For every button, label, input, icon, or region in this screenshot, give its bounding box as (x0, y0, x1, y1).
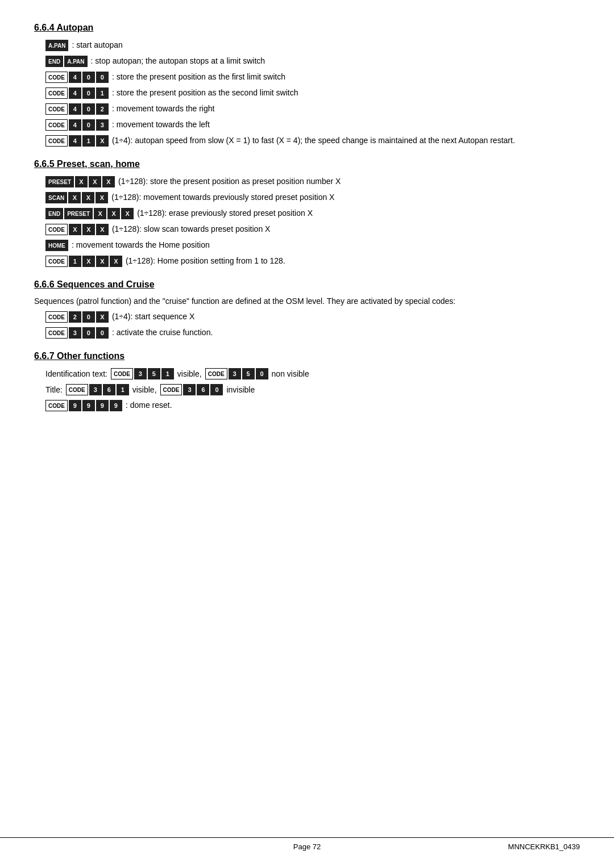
key-6: 6 (197, 384, 209, 395)
preset-xxx-text: (1÷128): store the present position as p… (118, 176, 341, 187)
code-key: CODE (45, 87, 68, 99)
apan-start-text: : start autopan (72, 40, 123, 51)
code-key: CODE (111, 368, 133, 379)
row-401-text: : store the present position as the seco… (112, 87, 298, 99)
key-4: 4 (69, 87, 81, 99)
key-5: 5 (242, 368, 255, 379)
end-key: END (45, 56, 63, 67)
key-x: X (96, 192, 108, 203)
key-0: 0 (82, 87, 95, 99)
row-title-text: Title: CODE 3 6 1 visible, CODE 3 6 0 in… (45, 384, 580, 395)
key-x: X (82, 224, 95, 235)
row-403: CODE 4 0 3 : movement towards the left (45, 119, 580, 131)
row-dome-reset: CODE 9 9 9 9 : dome reset. (45, 400, 580, 411)
code-1xxx-text: (1÷128): Home position setting from 1 to… (126, 256, 285, 267)
key-0a: 0 (82, 327, 95, 339)
preset-key: PRESET (64, 208, 93, 219)
page-number: Page 72 (293, 842, 321, 851)
row-401: CODE 4 0 1 : store the present position … (45, 87, 580, 99)
key-3: 3 (69, 327, 81, 339)
key-5: 5 (148, 368, 160, 379)
home-text: : movement towards the Home position (72, 240, 210, 251)
key-x: X (82, 256, 95, 267)
scan-key: SCAN (45, 192, 67, 203)
key-x: X (82, 192, 94, 203)
key-x: X (96, 256, 109, 267)
key-1: 1 (117, 384, 129, 395)
code-key: CODE (45, 256, 68, 267)
key-4: 4 (69, 135, 81, 147)
key-6: 6 (103, 384, 115, 395)
key-x: X (69, 224, 81, 235)
code-key: CODE (45, 327, 68, 339)
key-1: 1 (161, 368, 174, 379)
key-0: 0 (210, 384, 223, 395)
row-400: CODE 4 0 0 : store the present position … (45, 72, 580, 83)
key-2: 2 (96, 103, 109, 115)
key-3: 3 (134, 368, 147, 379)
visible-label2: visible, (132, 385, 157, 394)
document-body: 6.6.4 Autopan A.PAN : start autopan END … (34, 23, 580, 411)
section-667: 6.6.7 Other functions Identification tex… (34, 351, 580, 411)
row-400-text: : store the present position as the firs… (112, 72, 285, 83)
code-20x-text: (1÷4): start sequence X (112, 311, 194, 323)
key-1: 1 (69, 256, 81, 267)
non-visible-label: non visible (272, 369, 309, 378)
row-end-preset-xxx: END PRESET X X X (1÷128): erase previous… (45, 208, 580, 219)
key-0: 0 (82, 311, 95, 323)
code-300-text: : activate the cruise function. (112, 327, 213, 339)
apan-key2: A.PAN (64, 56, 87, 67)
key-1: 1 (96, 87, 109, 99)
code-key: CODE (66, 384, 88, 395)
visible-label: visible, (177, 369, 202, 378)
section-664-title: 6.6.4 Autopan (34, 23, 580, 33)
key-9a: 9 (69, 400, 81, 411)
row-scan-xxx: SCAN X X X (1÷128): movement towards pre… (45, 192, 580, 203)
row-id-text: Identification text: CODE 3 5 1 visible,… (45, 368, 580, 379)
end-key: END (45, 208, 63, 219)
key-3: 3 (183, 384, 196, 395)
home-key: HOME (45, 240, 68, 251)
key-9b: 9 (82, 400, 95, 411)
key-0: 0 (256, 368, 268, 379)
key-x: X (94, 208, 106, 219)
key-4: 4 (69, 103, 81, 115)
key-1: 1 (82, 135, 95, 147)
code-key: CODE (45, 135, 68, 147)
key-9c: 9 (96, 400, 109, 411)
key-x: X (68, 192, 81, 203)
row-402-text: : movement towards the right (112, 103, 215, 115)
row-41x: CODE 4 1 X (1÷4): autopan speed from slo… (45, 135, 580, 147)
end-apan-text: : stop autopan; the autopan stops at a l… (91, 56, 265, 67)
code-key: CODE (45, 119, 68, 131)
key-0: 0 (82, 103, 95, 115)
key-x: X (110, 256, 122, 267)
title-label: Title: (45, 385, 63, 394)
row-code-300: CODE 3 0 0 : activate the cruise functio… (45, 327, 580, 339)
row-41x-text: (1÷4): autopan speed from slow (X = 1) t… (112, 135, 580, 147)
row-code-20x: CODE 2 0 X (1÷4): start sequence X (45, 311, 580, 323)
key-x: X (89, 176, 101, 187)
section-664: 6.6.4 Autopan A.PAN : start autopan END … (34, 23, 580, 147)
key-4: 4 (69, 72, 81, 83)
key-3: 3 (229, 368, 241, 379)
row-code-1xxx: CODE 1 X X X (1÷128): Home position sett… (45, 256, 580, 267)
document-id: MNNCEKRKB1_0439 (508, 842, 580, 851)
row-code-xxx: CODE X X X (1÷128): slow scan towards pr… (45, 224, 580, 235)
key-x: X (75, 176, 88, 187)
section-666: 6.6.6 Sequences and Cruise Sequences (pa… (34, 279, 580, 339)
code-key: CODE (45, 103, 68, 115)
section-665: 6.6.5 Preset, scan, home PRESET X X X (1… (34, 159, 580, 267)
code-key: CODE (45, 224, 68, 235)
code-key: CODE (45, 400, 68, 411)
row-home: HOME : movement towards the Home positio… (45, 240, 580, 251)
row-preset-xxx: PRESET X X X (1÷128): store the present … (45, 176, 580, 187)
section-667-title: 6.6.7 Other functions (34, 351, 580, 361)
code-xxx-text: (1÷128): slow scan towards preset positi… (112, 224, 270, 235)
invisible-label: invisible (226, 385, 255, 394)
row-402: CODE 4 0 2 : movement towards the right (45, 103, 580, 115)
key-x: X (102, 176, 115, 187)
key-0: 0 (82, 119, 95, 131)
key-0b: 0 (96, 72, 109, 83)
key-2: 2 (69, 311, 81, 323)
